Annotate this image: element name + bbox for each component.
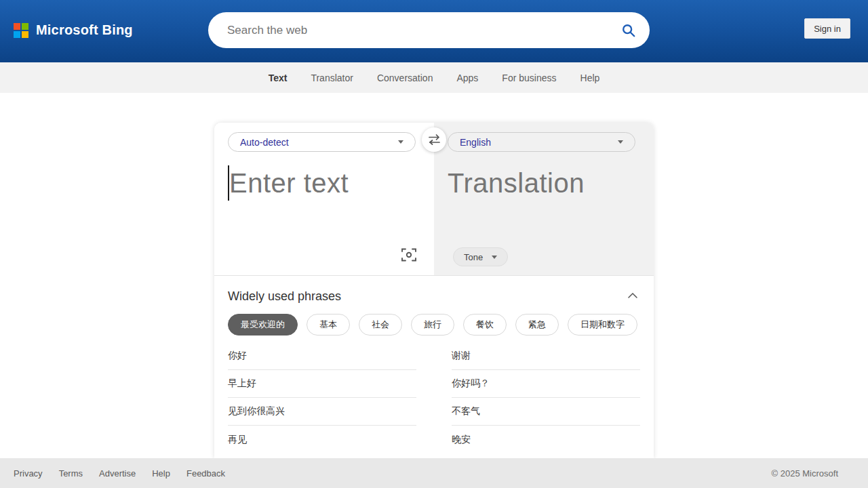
tab-help[interactable]: Help [580,73,600,83]
footer-link-help[interactable]: Help [152,468,170,479]
tab-translator[interactable]: Translator [311,73,353,83]
input-placeholder: Enter text [229,165,349,201]
translation-panels: Auto-detect Enter text English [214,123,654,275]
chip-travel[interactable]: 旅行 [411,314,454,336]
chip-dining[interactable]: 餐饮 [463,314,507,336]
panel-divider [214,275,654,276]
tab-conversation[interactable]: Conversation [377,73,433,83]
logo-text: Microsoft Bing [36,22,133,38]
search-button[interactable] [618,20,639,41]
phrase-list: 你好 早上好 见到你很高兴 再见 谢谢 你好吗？ 不客气 晚安 [228,342,640,453]
chip-dates-numbers[interactable]: 日期和数字 [568,314,637,336]
tab-apps[interactable]: Apps [456,73,478,83]
source-panel: Auto-detect Enter text [214,123,434,275]
copyright-text: © 2025 Microsoft [772,468,838,479]
main-content: Auto-detect Enter text English [0,93,868,458]
widely-used-phrases-section: Widely used phrases 最受欢迎的 基本 社会 旅行 餐饮 紧急… [214,289,654,453]
sign-in-button[interactable]: Sign in [804,18,850,39]
search-icon [621,23,636,38]
phrase-row[interactable]: 再见 [228,426,416,453]
phrase-row[interactable]: 早上好 [228,370,416,398]
web-search-box[interactable] [208,12,650,48]
tone-dropdown[interactable]: Tone [453,247,508,266]
footer: Privacy Terms Advertise Help Feedback © … [0,458,868,488]
search-input[interactable] [227,24,618,37]
chip-most-popular[interactable]: 最受欢迎的 [228,314,298,336]
microsoft-bing-logo[interactable]: Microsoft Bing [14,22,133,38]
source-language-value: Auto-detect [240,137,289,148]
tab-for-business[interactable]: For business [502,73,556,83]
translator-nav: Text Translator Conversation Apps For bu… [0,62,868,93]
target-panel: English Translation Tone [434,123,654,275]
header: Microsoft Bing Sign in [0,0,868,62]
target-language-value: English [460,137,491,148]
phrase-row[interactable]: 不客气 [452,398,640,426]
target-language-dropdown[interactable]: English [448,132,635,152]
footer-link-advertise[interactable]: Advertise [99,468,136,479]
swap-languages-icon [428,134,441,145]
phrase-row[interactable]: 晚安 [452,426,640,453]
tab-text[interactable]: Text [269,73,288,83]
chip-emergency[interactable]: 紧急 [515,314,559,336]
footer-link-terms[interactable]: Terms [59,468,83,479]
chevron-down-icon [492,256,497,259]
phrase-row[interactable]: 见到你很高兴 [228,398,416,426]
chevron-up-icon [626,289,639,302]
translation-output: Translation [448,165,640,201]
chevron-down-icon [398,140,403,144]
output-placeholder: Translation [448,165,585,201]
translator-card: Auto-detect Enter text English [214,123,654,458]
footer-link-privacy[interactable]: Privacy [14,468,43,479]
camera-scan-icon [401,247,417,263]
chevron-down-icon [618,140,623,144]
microsoft-logo-squares-icon [14,23,28,38]
source-language-dropdown[interactable]: Auto-detect [228,132,416,152]
phrase-row[interactable]: 你好 [228,342,416,370]
chip-basics[interactable]: 基本 [307,314,350,336]
phrase-category-chips: 最受欢迎的 基本 社会 旅行 餐饮 紧急 日期和数字 科技 [228,314,640,336]
translation-input[interactable]: Enter text [228,165,420,201]
swap-languages-button[interactable] [422,127,446,152]
phrase-row[interactable]: 你好吗？ [452,370,640,398]
phrases-title: Widely used phrases [228,289,341,304]
tone-label: Tone [464,252,483,262]
phrase-row[interactable]: 谢谢 [452,342,640,370]
footer-link-feedback[interactable]: Feedback [186,468,225,479]
camera-translate-button[interactable] [400,247,418,264]
collapse-phrases-button[interactable] [625,289,640,304]
chip-social[interactable]: 社会 [359,314,402,336]
